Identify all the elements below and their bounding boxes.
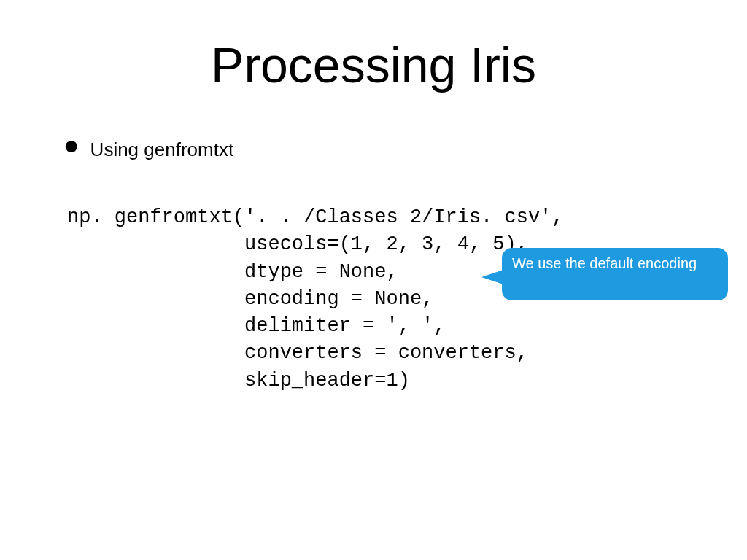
bullet-item: • Using genfromtxt (64, 139, 233, 161)
code-block: np. genfromtxt('. . /Classes 2/Iris. csv… (67, 204, 564, 394)
code-line: usecols=(1, 2, 3, 4, 5), (67, 233, 528, 255)
code-line: delimiter = ', ', (67, 315, 445, 337)
code-line: dtype = None, (67, 261, 398, 283)
slide-title: Processing Iris (0, 0, 747, 93)
annotation-callout: We use the default encoding (502, 248, 728, 300)
bullet-text: Using genfromtxt (90, 139, 234, 161)
code-line: skip_header=1) (67, 370, 410, 392)
code-line: converters = converters, (67, 342, 528, 364)
code-line: np. genfromtxt('. . /Classes 2/Iris. csv… (67, 206, 564, 228)
callout-text: We use the default encoding (512, 255, 697, 271)
callout-arrow-icon (481, 270, 503, 284)
code-line: encoding = None, (67, 288, 433, 310)
